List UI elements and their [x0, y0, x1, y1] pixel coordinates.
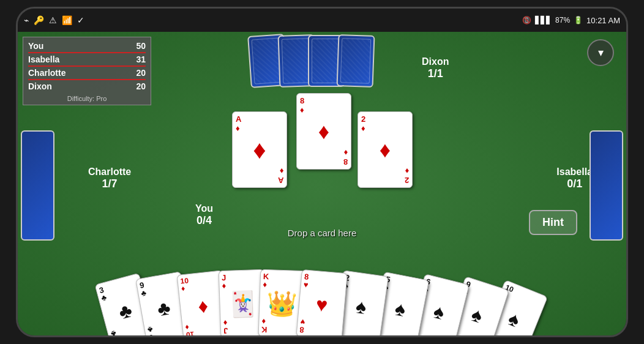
clock: 10:21 AM [586, 16, 620, 25]
difficulty-text: Difficulty: Pro [28, 95, 146, 102]
center-card-2[interactable]: 2♦ ♦ 2♦ [358, 111, 413, 188]
signal-icon: 📶 [62, 15, 72, 25]
score-name-charlotte: Charlotte [28, 68, 66, 78]
status-bar: ⌁ 🔑 ⚠ 📶 ✓ 📵 ▋▋▋ 87% 🔋 10:21 AM [18, 9, 626, 32]
score-panel: You 50 Isabella 31 Charlotte 20 Dixon 20… [23, 37, 151, 105]
phone-frame: ⌁ 🔑 ⚠ 📶 ✓ 📵 ▋▋▋ 87% 🔋 10:21 AM You 50 Is… [16, 7, 628, 337]
center-card-8[interactable]: 8♦ ♦ 8♦ [296, 93, 351, 170]
drop-zone: Drop a card here [288, 228, 357, 238]
key-icon: 🔑 [34, 15, 44, 25]
battery-text: 87% [555, 16, 570, 24]
left-side-deck [18, 130, 58, 241]
score-row-isabella: Isabella 31 [28, 53, 146, 67]
status-icons-right: 📵 ▋▋▋ 87% 🔋 10:21 AM [522, 16, 620, 25]
status-icons-left: ⌁ 🔑 ⚠ 📶 ✓ [24, 15, 84, 25]
score-row-dixon: Dixon 20 [28, 80, 146, 92]
score-value-dixon: 20 [136, 81, 146, 91]
score-name-dixon: Dixon [28, 81, 52, 91]
check-icon: ✓ [77, 15, 84, 25]
hand-card-8h[interactable]: 8♥ ♥ 8♥ [296, 269, 348, 337]
score-value-you: 50 [136, 41, 146, 51]
score-row-you: You 50 [28, 40, 146, 53]
battery-icon: 🔋 [574, 16, 583, 24]
top-deck [250, 35, 373, 87]
score-value-isabella: 31 [136, 54, 146, 64]
usb-icon: ⌁ [24, 15, 29, 25]
center-card-ace[interactable]: A♦ ♦ A♦ [232, 111, 287, 188]
player-label-charlotte: Charlotte 1/7 [88, 166, 131, 190]
right-deck-card [590, 130, 623, 241]
score-row-charlotte: Charlotte 20 [28, 67, 146, 80]
deck-card-4 [337, 34, 375, 88]
game-area: You 50 Isabella 31 Charlotte 20 Dixon 20… [18, 32, 626, 337]
wifi-off-icon: 📵 [522, 16, 531, 24]
dropdown-button[interactable]: ▾ [587, 39, 614, 66]
hint-button[interactable]: Hint [529, 210, 577, 235]
chevron-down-icon: ▾ [598, 46, 604, 59]
player-label-dixon: Dixon 1/1 [422, 56, 449, 80]
score-name-you: You [28, 41, 43, 51]
player-label-you: You 0/4 [195, 203, 213, 227]
right-side-deck [586, 130, 626, 241]
warning-icon: ⚠ [49, 15, 57, 25]
left-deck-card [21, 130, 54, 241]
hand-area: 3♣ ♣ 3♣ 9♣ ♣ 9♣ 10♦ ♦ 10♦ J♦ 🃏 J♦ [103, 269, 541, 336]
score-value-charlotte: 20 [136, 68, 146, 78]
signal-bars-icon: ▋▋▋ [535, 16, 552, 24]
score-name-isabella: Isabella [28, 54, 59, 64]
